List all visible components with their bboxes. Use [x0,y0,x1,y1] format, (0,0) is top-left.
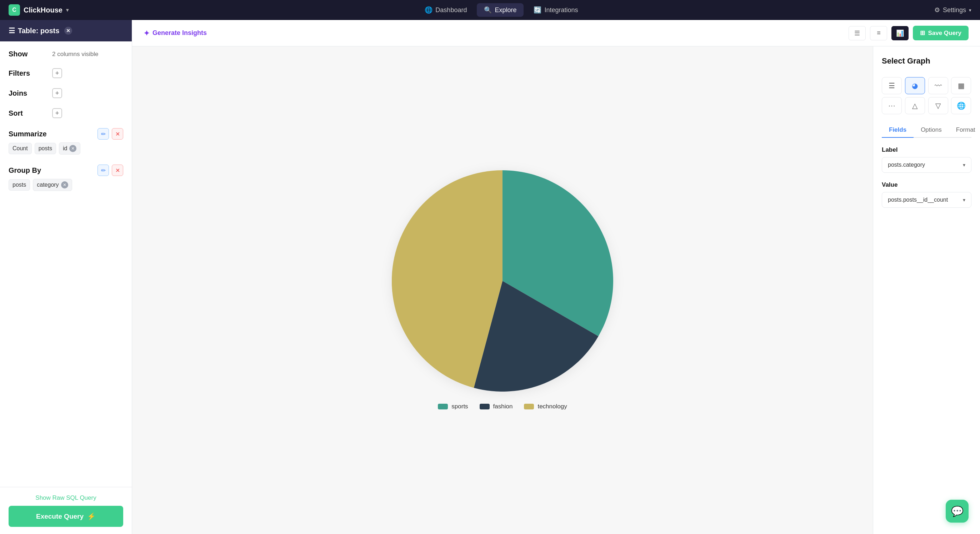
toolbar: ✦ Generate Insights ☰ ≡ 📊 ⊞ Save Query [132,20,980,46]
show-row: Show 2 columns visible [9,50,123,58]
sidebar: ☰ Table: posts ✕ Show 2 columns visible … [0,20,132,534]
nav-dashboard[interactable]: 🌐 Dashboard [417,3,474,17]
filters-label: Filters [9,69,48,78]
tab-format[interactable]: Format [949,123,980,138]
summarize-actions: ✏ ✕ [97,128,123,140]
label-field-select[interactable]: posts.category ▾ [882,157,971,173]
nav-explore[interactable]: 🔍 Explore [477,3,523,17]
summarize-edit-button[interactable]: ✏ [97,128,109,140]
execute-query-button[interactable]: Execute Query ⚡ [9,506,123,527]
legend-item-sports: sports [438,403,468,410]
summarize-title: Summarize [9,130,47,138]
view-chart-button[interactable]: 📊 [891,26,908,40]
top-navigation: C ClickHouse ▾ 🌐 Dashboard 🔍 Explore 🔄 I… [0,0,980,20]
summarize-section: Summarize ✏ ✕ Count posts id ✕ [9,128,123,154]
group-by-tag-category-close[interactable]: ✕ [61,181,68,189]
group-by-section: Group By ✏ ✕ posts category ✕ [9,165,123,191]
legend-label-technology: technology [538,403,567,410]
joins-label: Joins [9,89,48,97]
pie-legend: sports fashion technology [438,403,567,410]
joins-add-button[interactable]: + [52,88,62,98]
summarize-delete-button[interactable]: ✕ [112,128,123,140]
sidebar-body: Show 2 columns visible Filters + Joins +… [0,41,132,487]
table-close-button[interactable]: ✕ [64,27,72,35]
save-filter-icon: ⊞ [920,29,925,37]
graph-type-grid: ☰ ◕ 〰 ▦ ⋯ △ ▽ 🌐 [882,77,971,114]
sort-label: Sort [9,109,48,118]
save-query-button[interactable]: ⊞ Save Query [913,26,969,40]
nav-integrations[interactable]: 🔄 Integrations [527,3,585,17]
label-field-section: Label posts.category ▾ [882,146,971,173]
chat-fab-button[interactable]: 💬 [946,500,969,523]
logo-icon: C [9,4,20,16]
graph-type-funnel[interactable]: ▽ [928,97,948,114]
chart-right-layout: sports fashion technology [132,46,980,534]
summarize-tag-id: id ✕ [59,142,80,154]
graph-type-pie[interactable]: ◕ [905,77,925,94]
group-by-delete-button[interactable]: ✕ [112,165,123,176]
explore-icon: 🔍 [484,6,492,14]
graph-type-bar-horizontal[interactable]: ☰ [882,77,902,94]
filters-add-button[interactable]: + [52,68,62,78]
group-by-tag-category: category ✕ [33,179,72,191]
group-by-tag-posts: posts [9,179,30,191]
settings-gear-icon: ⚙ [934,6,940,14]
value-field-chevron-icon: ▾ [963,197,966,203]
graph-type-area[interactable]: △ [905,97,925,114]
legend-item-fashion: fashion [480,403,513,410]
legend-color-technology [524,404,534,409]
legend-label-fashion: fashion [493,403,513,410]
group-by-edit-button[interactable]: ✏ [97,165,109,176]
nav-center: 🌐 Dashboard 🔍 Explore 🔄 Integrations [80,3,923,17]
legend-item-technology: technology [524,403,567,410]
view-table-button[interactable]: ☰ [849,26,866,40]
brand-arrow: ▾ [66,7,68,13]
nav-right: ⚙ Settings ▾ [934,6,971,14]
main-layout: ☰ Table: posts ✕ Show 2 columns visible … [0,20,980,534]
group-by-actions: ✏ ✕ [97,165,123,176]
table-name: Table: posts [18,27,59,35]
graph-type-geo[interactable]: 🌐 [951,97,971,114]
pie-chart [392,170,613,392]
panel-title: Select Graph [882,56,971,68]
tab-options[interactable]: Options [913,123,949,138]
legend-color-fashion [480,404,490,409]
summarize-tags: Count posts id ✕ [9,142,123,154]
show-value: 2 columns visible [52,51,98,58]
tab-fields[interactable]: Fields [882,123,913,138]
legend-color-sports [438,404,448,409]
brand-logo[interactable]: C ClickHouse ▾ [9,4,68,16]
toolbar-left: ✦ Generate Insights [143,29,207,38]
settings-button[interactable]: ⚙ Settings ▾ [934,6,971,14]
joins-row: Joins + [9,88,123,98]
right-panel: Select Graph ☰ ◕ 〰 ▦ ⋯ △ ▽ 🌐 Fields [873,46,980,534]
label-field-label: Label [882,146,971,154]
graph-type-line[interactable]: 〰 [928,77,948,94]
summarize-tag-id-close[interactable]: ✕ [69,145,76,152]
graph-type-bar-vertical[interactable]: ▦ [951,77,971,94]
sidebar-footer: Show Raw SQL Query Execute Query ⚡ [0,487,132,534]
sort-row: Sort + [9,108,123,118]
view-list-button[interactable]: ≡ [870,26,887,40]
panel-tabs: Fields Options Format [882,123,971,138]
main-content: ✦ Generate Insights ☰ ≡ 📊 ⊞ Save Query [132,20,980,534]
integrations-icon: 🔄 [534,6,541,14]
pie-container: sports fashion technology [392,170,613,410]
chat-icon: 💬 [951,505,964,517]
graph-type-scatter[interactable]: ⋯ [882,97,902,114]
generate-insights-button[interactable]: ✦ Generate Insights [143,29,207,38]
table-header: ☰ Table: posts ✕ [0,20,132,41]
dashboard-icon: 🌐 [425,6,433,14]
value-field-section: Value posts.posts__id__count ▾ [882,181,971,208]
sort-add-button[interactable]: + [52,108,62,118]
show-label: Show [9,50,48,58]
group-by-header: Group By ✏ ✕ [9,165,123,176]
group-by-title: Group By [9,166,41,175]
show-sql-link[interactable]: Show Raw SQL Query [35,494,96,502]
value-field-select[interactable]: posts.posts__id__count ▾ [882,192,971,208]
value-field-label: Value [882,181,971,189]
group-by-tags: posts category ✕ [9,179,123,191]
summarize-tag-count: Count [9,143,32,154]
legend-label-sports: sports [452,403,468,410]
toolbar-right: ☰ ≡ 📊 ⊞ Save Query [849,26,969,40]
